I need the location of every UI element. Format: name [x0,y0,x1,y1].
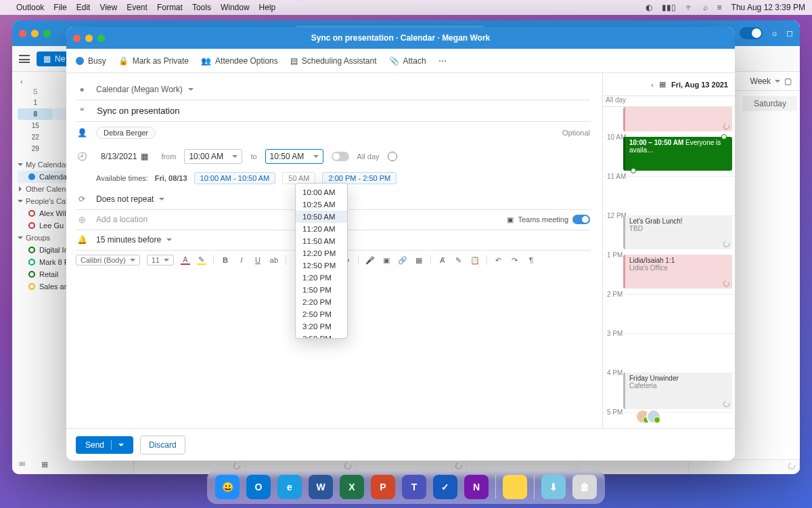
bold-icon[interactable]: B [221,255,230,265]
menu-format[interactable]: Format [157,3,183,12]
end-time-dropdown[interactable]: 10:00 AM 10:25 AM 10:50 AM 11:20 AM 11:5… [295,183,348,339]
time-grid[interactable]: 10 AM 10:00 – 10:50 AM Everyone is avail… [603,107,735,428]
menu-help[interactable]: Help [259,3,276,12]
dock-app-teams[interactable]: T [402,475,426,499]
event-block-lidia[interactable]: Lidia/Isaiah 1:1 Lidia's Office [623,255,732,289]
time-option[interactable]: 3:20 PM [296,320,347,333]
hamburger-icon[interactable] [19,55,30,63]
modal-window-controls[interactable] [73,35,105,42]
time-option[interactable]: 11:50 AM [296,235,347,247]
control-center-icon[interactable]: ≡ [717,3,722,12]
menu-window[interactable]: Window [221,3,250,12]
menu-edit[interactable]: Edit [76,3,91,12]
link-icon[interactable]: 🔗 [398,255,407,265]
window-controls[interactable] [19,30,51,37]
time-option[interactable]: 1:50 PM [296,284,347,296]
strikethrough-icon[interactable]: ab [269,255,279,265]
show-as-button[interactable]: Busy [76,56,106,66]
calendar-selector[interactable]: Calendar (Megan Work) [96,85,194,94]
time-option[interactable]: 11:20 AM [296,223,347,235]
dock-app-word[interactable]: W [309,475,333,499]
scheduling-assistant-button[interactable]: ▤Scheduling Assistant [290,56,377,66]
prev-month-icon[interactable]: ‹ [20,77,23,85]
time-option[interactable]: 10:00 AM [296,186,347,198]
italic-icon[interactable]: I [237,255,246,265]
dock-app-outlook[interactable]: O [246,475,271,499]
battery-icon[interactable]: ▮▮▯ [662,3,676,12]
dock-app-powerpoint[interactable]: P [371,475,395,499]
menubar-app[interactable]: Outlook [16,3,44,12]
menubar-clock[interactable]: Thu Aug 12 3:39 PM [731,3,805,12]
resize-handle[interactable] [631,168,636,173]
resize-handle[interactable] [721,134,727,140]
attendee-options-button[interactable]: 👥Attendee Options [201,56,278,66]
table-icon[interactable]: ▦ [414,255,424,265]
menu-file[interactable]: File [53,3,66,12]
suggested-slot[interactable]: 10:00 AM - 10:50 AM [194,172,276,184]
menu-view[interactable]: View [99,3,117,12]
picture-icon[interactable]: ▣ [382,255,391,265]
clear-format-icon[interactable]: A̸ [438,255,447,265]
menu-event[interactable]: Event [127,3,148,12]
font-color-icon[interactable]: A [181,255,190,265]
font-size-selector[interactable]: 11 [147,255,174,266]
time-option[interactable]: 2:50 PM [296,308,347,320]
event-block-friday[interactable]: Friday Unwinder Cafeteria [623,373,732,409]
event-block-lunch[interactable]: Let's Grab Lunch! TBD [623,215,732,249]
time-option-selected[interactable]: 10:50 AM [296,211,347,223]
reminder-selector[interactable]: 15 minutes before [96,235,172,245]
do-not-disturb-icon[interactable]: ◐ [646,3,652,12]
megaphone-icon[interactable]: ◻ [786,28,793,38]
teams-meeting-toggle[interactable] [572,215,590,224]
time-option[interactable]: 12:50 PM [296,259,347,272]
dock-app-finder[interactable]: 😀 [215,475,240,499]
recurrence-selector[interactable]: Does not repeat [96,194,164,204]
week-view-selector[interactable]: Week [750,77,771,86]
highlight-icon[interactable]: ✎ [197,255,206,265]
date-picker[interactable]: 8/13/2021▦ [96,149,153,164]
more-button[interactable]: ⋯ [438,56,447,66]
redo-icon[interactable]: ↷ [510,255,520,265]
send-button[interactable]: Send [76,436,133,454]
event-block-recurring[interactable] [623,107,732,131]
attach-button[interactable]: 📎Attach [389,56,426,66]
end-time-picker[interactable]: 10:50 AM [265,149,323,164]
dock-app-todo[interactable]: ✓ [433,475,457,499]
undo-icon[interactable]: ↶ [494,255,503,265]
panel-toggle-icon[interactable]: ▢ [784,77,792,86]
mail-icon[interactable]: ✉ [19,460,25,469]
start-time-picker[interactable]: 10:00 AM [184,149,242,164]
wifi-icon[interactable]: ᯤ [685,3,694,12]
time-option[interactable]: 2:20 PM [296,296,347,308]
event-block-proposed[interactable]: 10:00 – 10:50 AM Everyone is availa… [623,137,732,171]
new-outlook-toggle[interactable] [740,27,763,39]
format-painter-icon[interactable]: ✎ [454,255,464,265]
discard-button[interactable]: Discard [140,436,185,454]
menu-tools[interactable]: Tools [192,3,211,12]
dock-app-excel[interactable]: X [340,475,364,499]
mini-calendar-icon[interactable]: ▦ [659,80,666,89]
show-formatting-icon[interactable]: ¶ [526,255,536,265]
font-family-selector[interactable]: Calibri (Body) [76,255,140,266]
time-option[interactable]: 1:20 PM [296,272,347,284]
chevron-down-icon[interactable] [775,80,780,83]
time-option[interactable]: 12:20 PM [296,247,347,259]
dictate-icon[interactable]: 🎤 [365,255,375,265]
timezone-icon[interactable] [388,152,397,161]
location-input[interactable]: Add a location [96,215,148,224]
calendar-icon[interactable]: ▦ [41,460,48,469]
dock-app-onenote[interactable]: N [464,475,489,499]
dock-trash[interactable]: 🗑 [572,475,597,499]
dock-app-edge[interactable]: e [277,475,302,499]
mark-private-button[interactable]: 🔒Mark as Private [118,56,189,66]
underline-icon[interactable]: U [253,255,263,265]
sun-icon[interactable]: ☼ [771,28,778,38]
time-option[interactable]: 3:50 PM [296,333,347,339]
event-title-input[interactable] [95,105,590,117]
attendee-chip[interactable]: Debra Berger [96,127,156,139]
prev-day-icon[interactable]: ‹ [651,81,654,89]
paste-icon[interactable]: 📋 [470,255,480,265]
spotlight-icon[interactable]: ⌕ [703,3,708,12]
allday-toggle[interactable] [332,152,349,161]
dock-downloads[interactable]: ⬇ [541,475,566,499]
